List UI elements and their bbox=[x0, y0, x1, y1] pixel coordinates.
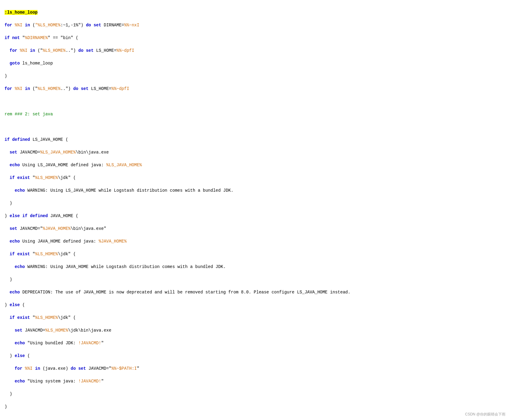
watermark: CSDN @你的眼睛会下雨 bbox=[465, 412, 505, 417]
code-viewer: :ls_home_loop for %%I in ("%LS_HOME%:~1,… bbox=[5, 3, 505, 420]
label-highlight: :ls_home_loop bbox=[5, 10, 38, 15]
